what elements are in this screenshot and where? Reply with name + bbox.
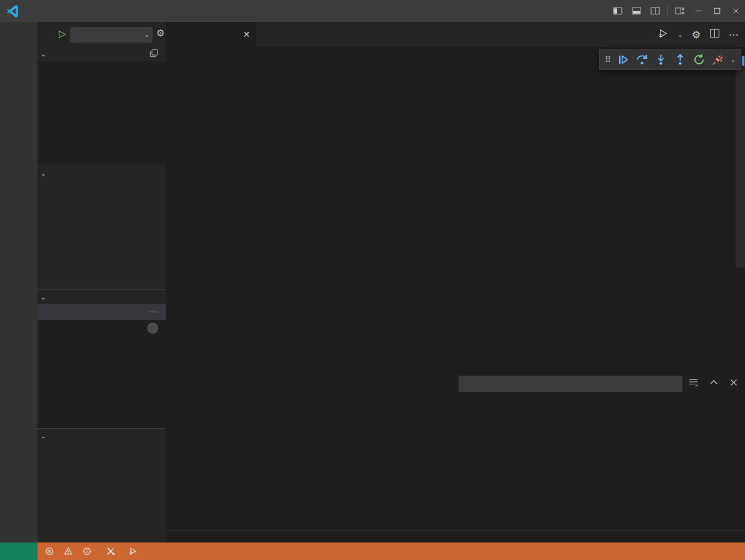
warning-icon	[64, 547, 73, 556]
restart-button[interactable]	[692, 54, 706, 66]
disconnect-button[interactable]	[711, 54, 724, 66]
step-out-button[interactable]	[674, 54, 687, 66]
thread-count-badge	[147, 322, 158, 334]
panel-tab-bar	[166, 370, 745, 398]
debug-console-output	[166, 400, 745, 528]
breakpoints-section-header[interactable]: ⌄	[38, 428, 166, 442]
step-over-button[interactable]	[636, 54, 649, 66]
chevron-down-icon: ⌄	[41, 294, 50, 301]
debug-config-dropdown[interactable]: ⌄	[70, 27, 153, 42]
info-icon	[83, 547, 91, 556]
debug-status-icon[interactable]	[129, 547, 138, 556]
debug-console-input[interactable]	[166, 531, 745, 542]
overview-ruler-info-mark	[742, 56, 744, 66]
frame-position-badge	[150, 311, 158, 312]
chevron-down-icon[interactable]: ⌄	[677, 31, 682, 38]
gear-icon[interactable]: ⚙	[692, 29, 701, 41]
close-panel-icon[interactable]	[729, 378, 739, 390]
editor-actions: ⌄ ⚙ ⋯	[658, 22, 739, 47]
vscode-window: ▷ ⌄ ⚙ ⌄ ⌄ ⌄	[0, 0, 745, 560]
problems-status[interactable]	[45, 547, 95, 556]
copy-icon[interactable]	[150, 49, 158, 59]
continue-button[interactable]	[617, 54, 630, 66]
tab-main-c[interactable]: ✕	[166, 22, 256, 47]
chevron-down-icon: ⌄	[41, 170, 50, 177]
launch-config-gear-icon[interactable]: ⚙	[156, 28, 165, 39]
activity-bar	[0, 22, 38, 542]
run-or-debug-icon[interactable]	[658, 28, 669, 41]
call-stack-section-header[interactable]: ⌄	[38, 289, 166, 304]
panel-actions	[689, 370, 739, 398]
status-bar	[0, 542, 745, 560]
chevron-down-icon[interactable]: ⌄	[731, 56, 736, 63]
close-icon[interactable]: ✕	[243, 29, 250, 39]
toggle-secondary-sidebar-icon[interactable]	[646, 0, 664, 22]
console-filter-input[interactable]	[459, 376, 682, 392]
debug-launch-controls: ▷ ⌄ ⚙	[38, 22, 166, 47]
variables-tree	[38, 61, 166, 166]
editor-scrollbar[interactable]	[736, 55, 745, 268]
title-bar	[0, 0, 745, 22]
window-controls	[608, 0, 745, 22]
tools-icon	[106, 547, 115, 556]
minimize-icon[interactable]	[689, 0, 707, 22]
editor-tab-bar: ✕ ⌄ ⚙ ⋯	[166, 22, 745, 47]
debug-toolbar: ⠿ ⌄	[599, 49, 741, 70]
drag-grip-icon[interactable]: ⠿	[605, 55, 611, 64]
watch-body	[38, 180, 166, 289]
customize-layout-icon[interactable]	[670, 0, 689, 22]
error-icon	[45, 547, 54, 556]
start-debug-icon[interactable]: ▷	[59, 28, 66, 39]
vscode-logo-icon	[6, 4, 20, 18]
toggle-panel-icon[interactable]	[627, 0, 646, 22]
split-editor-icon[interactable]	[709, 28, 720, 41]
code-editor[interactable]	[166, 61, 745, 392]
chevron-down-icon: ⌄	[41, 432, 50, 439]
bottom-panel	[166, 370, 745, 542]
watch-section-header[interactable]: ⌄	[38, 166, 166, 180]
step-into-button[interactable]	[654, 54, 667, 66]
chevron-down-icon: ⌄	[41, 51, 50, 58]
call-stack-body	[38, 304, 166, 428]
chevron-down-icon: ⌄	[144, 31, 150, 38]
run-and-debug-sidebar: ▷ ⌄ ⚙ ⌄ ⌄ ⌄	[38, 22, 166, 542]
toggle-sidebar-icon[interactable]	[608, 0, 627, 22]
divider	[667, 6, 667, 16]
stack-frame-row[interactable]	[38, 304, 166, 320]
maximize-panel-icon[interactable]	[709, 378, 719, 390]
close-icon[interactable]	[726, 0, 745, 22]
maximize-icon[interactable]	[707, 0, 726, 22]
more-actions-icon[interactable]: ⋯	[729, 29, 739, 41]
thread-row[interactable]	[38, 320, 166, 336]
clear-console-icon[interactable]	[689, 378, 699, 390]
editor-area: ✕ ⌄ ⚙ ⋯	[166, 22, 745, 542]
variables-section-header[interactable]: ⌄	[38, 47, 166, 61]
remote-indicator[interactable]	[0, 542, 38, 560]
ports-status[interactable]	[106, 547, 119, 556]
